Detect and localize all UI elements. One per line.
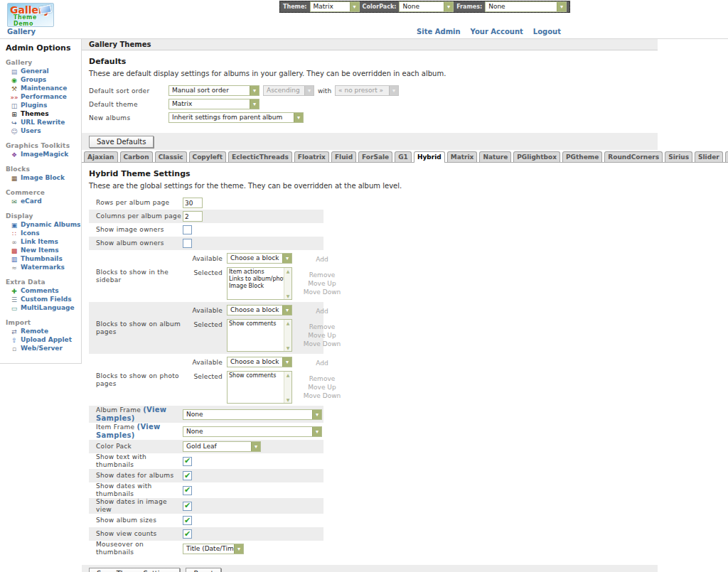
list-item[interactable]: Links to album/photo peers [229, 276, 282, 283]
move-down-link[interactable]: Move Down [296, 340, 348, 348]
show-text-with-thumbnails-checkbox[interactable] [183, 457, 192, 466]
show-album-owners-checkbox[interactable] [183, 239, 192, 248]
available-blocks-select[interactable]: Choose a block ▾ [227, 357, 292, 367]
tab-matrix[interactable]: Matrix [447, 151, 478, 162]
reset-button[interactable]: Reset [186, 568, 221, 572]
save-defaults-button[interactable]: Save Defaults [89, 136, 154, 148]
your-account-link[interactable]: Your Account [471, 28, 523, 36]
add-block-link[interactable]: Add [296, 253, 348, 264]
remove-block-link[interactable]: Remove [296, 323, 348, 331]
rows-per-album-page-input[interactable] [183, 198, 203, 208]
move-up-link[interactable]: Move Up [296, 331, 348, 340]
show-album-sizes-checkbox[interactable] [183, 516, 192, 525]
sidebar-item-performance[interactable]: »»Performance [6, 93, 81, 102]
list-item[interactable]: Image Block [229, 283, 282, 290]
tab-ajaxian[interactable]: Ajaxian [84, 151, 118, 162]
show-dates-for-albums-checkbox[interactable] [183, 471, 192, 480]
new-albums-select[interactable]: Inherit settings from parent album ▾ [168, 112, 304, 123]
tab-pgtheme[interactable]: PGtheme [562, 151, 602, 162]
remove-block-link[interactable]: Remove [296, 374, 348, 383]
default-theme-select[interactable]: Matrix ▾ [168, 99, 259, 109]
tab-hybrid[interactable]: Hybrid [414, 151, 445, 162]
sidebar-item-ecard[interactable]: ✉eCard [6, 198, 81, 206]
tab-roundcorners[interactable]: RoundCorners [604, 151, 663, 162]
site-admin-link[interactable]: Site Admin [417, 28, 461, 36]
sidebar-item-multilanguage[interactable]: ▭MultiLanguage [6, 304, 81, 313]
sidebar-item-maintenance[interactable]: ⚒Maintenance [6, 85, 81, 93]
sidebar-item-comments[interactable]: ✚Comments [6, 287, 81, 296]
tab-sirius[interactable]: Sirius [665, 151, 692, 162]
tab-floatrix[interactable]: Floatrix [294, 151, 329, 162]
sidebar-item-web-server[interactable]: ▫Web/Server [6, 345, 81, 353]
sidebar-item-dynamic-albums[interactable]: ▣Dynamic Albums [6, 221, 81, 230]
frames-select[interactable]: None ▾ [485, 1, 567, 12]
theme-select[interactable]: Matrix ▾ [310, 1, 360, 12]
tab-fluid[interactable]: Fluid [331, 151, 356, 162]
tab-splatbang[interactable]: Splatbang [725, 151, 728, 162]
sidebar-item-general[interactable]: ▤General [6, 68, 81, 76]
album-frame-select[interactable]: None ▾ [183, 409, 322, 420]
sidebar-item-groups[interactable]: ◉Groups [6, 76, 81, 85]
selected-blocks-list[interactable]: Show comments ▲ ▼ [227, 371, 292, 404]
move-up-link[interactable]: Move Up [296, 279, 348, 288]
sidebar-item-image-block[interactable]: ▦Image Block [6, 174, 81, 183]
list-item[interactable]: Item actions [229, 269, 282, 276]
tab-pglightbox[interactable]: PGlightbox [513, 151, 560, 162]
list-item[interactable]: Show comments [229, 372, 282, 379]
show-dates-in-image-view-checkbox[interactable] [183, 502, 192, 511]
upload-applet-icon: ⇧ [10, 337, 18, 344]
sidebar-item-plugins[interactable]: ◫Plugins [6, 102, 81, 110]
available-blocks-select[interactable]: Choose a block ▾ [227, 305, 292, 315]
gallery-home-link[interactable]: Gallery [7, 28, 36, 36]
tab-classic[interactable]: Classic [155, 151, 187, 162]
available-blocks-select[interactable]: Choose a block ▾ [227, 253, 292, 264]
tab-forsale[interactable]: ForSale [358, 151, 392, 162]
item-frame-select[interactable]: None ▾ [183, 426, 322, 437]
move-up-link[interactable]: Move Up [296, 383, 348, 392]
tab-eclecticthreads[interactable]: EclecticThreads [228, 151, 292, 162]
sidebar-item-remote[interactable]: ⇄Remote [6, 328, 81, 336]
add-block-link[interactable]: Add [296, 357, 348, 367]
list-item[interactable]: Show comments [229, 320, 282, 328]
sidebar-item-thumbnails[interactable]: ▥Thumbnails [6, 255, 81, 264]
sidebar-item-imagemagick[interactable]: ❖ImageMagick [6, 151, 81, 159]
with-label: with [318, 87, 331, 95]
scrollbar[interactable]: ▲ ▼ [284, 320, 291, 351]
gallery-logo[interactable]: Gallery Theme Demo [7, 3, 54, 27]
tab-carbon[interactable]: Carbon [120, 151, 153, 162]
sidebar-item-themes[interactable]: ⊞Themes [6, 110, 81, 119]
logo-subtitle: Theme Demo [8, 14, 53, 27]
tab-copyleft[interactable]: Copyleft [189, 151, 227, 162]
chevron-down-icon: ▾ [250, 86, 259, 95]
colorpack-select[interactable]: None ▾ [399, 1, 454, 12]
show-dates-with-thumbnails-checkbox[interactable] [183, 486, 192, 495]
sidebar-item-users[interactable]: ☺Users [6, 127, 81, 136]
color-pack-select[interactable]: Gold Leaf ▾ [183, 441, 261, 452]
selected-blocks-list[interactable]: Item actions Links to album/photo peers … [227, 267, 292, 300]
sidebar-item-custom-fields[interactable]: ☰Custom Fields [6, 296, 81, 304]
mouseover-on-thumbnails-select[interactable]: Title (Date/Time) ▾ [183, 544, 244, 554]
columns-per-album-page-input[interactable] [183, 211, 203, 222]
logout-link[interactable]: Logout [533, 28, 561, 36]
tab-g1[interactable]: G1 [395, 151, 412, 162]
add-block-link[interactable]: Add [296, 305, 348, 315]
move-down-link[interactable]: Move Down [296, 288, 348, 296]
show-image-owners-checkbox[interactable] [183, 225, 192, 234]
scrollbar[interactable]: ▲ ▼ [284, 372, 291, 403]
sidebar-item-link-items[interactable]: ∞Link Items [6, 238, 81, 247]
sidebar-item-icons[interactable]: ∷Icons [6, 230, 81, 238]
show-view-counts-checkbox[interactable] [183, 529, 192, 539]
sidebar-item-upload-applet[interactable]: ⇧Upload Applet [6, 336, 81, 345]
default-sort-order-select[interactable]: Manual sort order ▾ [168, 85, 259, 96]
tab-slider[interactable]: Slider [695, 151, 723, 162]
save-theme-settings-button[interactable]: Save Theme Settings [89, 568, 180, 572]
tab-nature[interactable]: Nature [479, 151, 511, 162]
sidebar-item-watermarks[interactable]: ≈Watermarks [6, 264, 81, 272]
remove-block-link[interactable]: Remove [296, 271, 348, 279]
general-icon: ▤ [10, 68, 18, 75]
sidebar-item-new-items[interactable]: ▩New Items [6, 247, 81, 255]
sidebar-item-url-rewrite[interactable]: ↪URL Rewrite [6, 119, 81, 127]
selected-blocks-list[interactable]: Show comments ▲ ▼ [227, 319, 292, 352]
scrollbar[interactable]: ▲ ▼ [284, 268, 291, 299]
move-down-link[interactable]: Move Down [296, 392, 348, 400]
